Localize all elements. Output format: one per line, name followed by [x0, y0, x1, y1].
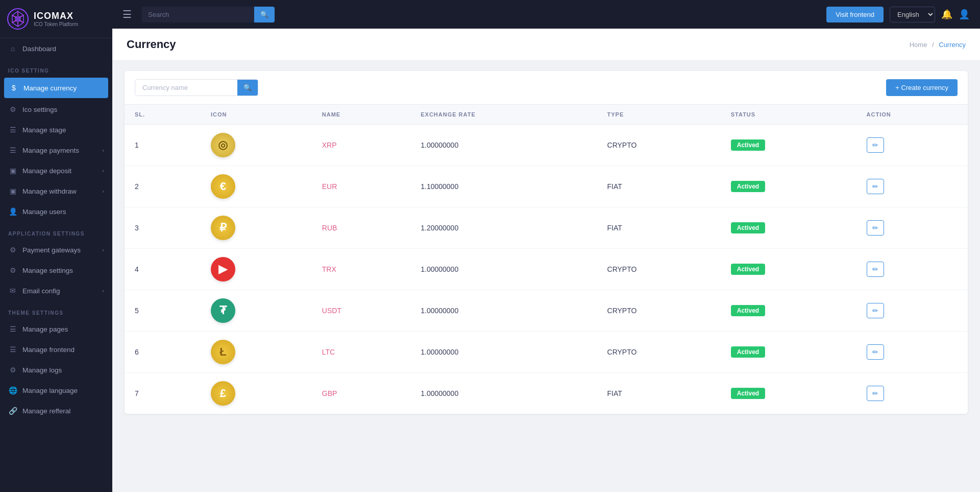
topbar-search-container: 🔍	[142, 7, 275, 22]
sidebar-item-label: Email config	[22, 287, 60, 295]
edit-button[interactable]: ✏	[867, 344, 884, 360]
currency-name-link[interactable]: USDT	[322, 307, 341, 315]
sidebar-item-manage-language[interactable]: 🌐 Manage language	[0, 380, 112, 401]
cell-action: ✏	[856, 249, 968, 290]
edit-button[interactable]: ✏	[867, 220, 884, 236]
currency-table: SL. ICON NAME EXCHANGE RATE TYPE STATUS …	[125, 105, 968, 414]
sidebar-item-email-config[interactable]: ✉ Email config ›	[0, 280, 112, 301]
breadcrumb-home[interactable]: Home	[910, 41, 927, 49]
sidebar-item-label: Manage withdraw	[22, 188, 77, 195]
currency-name-link[interactable]: RUB	[322, 224, 337, 232]
col-icon: ICON	[201, 105, 312, 125]
settings-icon: ⚙	[8, 266, 17, 275]
edit-button[interactable]: ✏	[867, 137, 884, 153]
sidebar-item-manage-settings[interactable]: ⚙ Manage settings	[0, 260, 112, 280]
language-icon: 🌐	[8, 386, 17, 395]
visit-frontend-button[interactable]: Visit frontend	[826, 7, 884, 22]
col-status: STATUS	[721, 105, 856, 125]
cell-action: ✏	[856, 125, 968, 166]
sidebar-item-ico-settings[interactable]: ⚙ Ico settings	[0, 99, 112, 120]
email-icon: ✉	[8, 286, 17, 295]
status-badge: Actived	[731, 139, 765, 151]
cell-type: FIAT	[597, 166, 721, 207]
sidebar-item-label: Manage refferal	[22, 407, 70, 415]
currency-name-link[interactable]: GBP	[322, 389, 337, 397]
sidebar-item-label: Manage pages	[22, 325, 68, 333]
coin-icon: ◎	[211, 133, 235, 157]
sidebar-item-label: Dashboard	[22, 45, 56, 53]
pages-icon: ☰	[8, 324, 17, 334]
referral-icon: 🔗	[8, 406, 17, 415]
cell-status: Actived	[721, 207, 856, 249]
cell-name: RUB	[312, 207, 410, 249]
sidebar-item-payment-gateways[interactable]: ⚙ Payment gateways ›	[0, 240, 112, 260]
currency-search-input[interactable]	[135, 80, 237, 96]
sidebar-item-manage-payments[interactable]: ☰ Manage payments ›	[0, 140, 112, 160]
chevron-right-icon: ›	[102, 168, 104, 174]
breadcrumb-separator: /	[932, 41, 934, 49]
cell-status: Actived	[721, 125, 856, 166]
coin-icon: £	[211, 381, 235, 406]
currency-name-link[interactable]: LTC	[322, 348, 335, 356]
cell-name: LTC	[312, 332, 410, 373]
cell-type: FIAT	[597, 373, 721, 414]
currency-name-link[interactable]: XRP	[322, 141, 337, 149]
edit-button[interactable]: ✏	[867, 262, 884, 277]
chevron-right-icon: ›	[102, 288, 104, 294]
table-row: 2 € EUR 1.10000000 FIAT Actived ✏	[125, 166, 968, 207]
search-input[interactable]	[142, 7, 254, 22]
user-avatar-icon[interactable]: 👤	[959, 9, 970, 20]
cell-sl: 3	[125, 207, 201, 249]
edit-button[interactable]: ✏	[867, 179, 884, 194]
edit-button[interactable]: ✏	[867, 303, 884, 318]
gear-icon: ⚙	[8, 105, 17, 114]
cell-sl: 2	[125, 166, 201, 207]
sidebar-item-manage-users[interactable]: 👤 Manage users	[0, 201, 112, 222]
sidebar-item-manage-logs[interactable]: ⚙ Manage logs	[0, 360, 112, 380]
search-button[interactable]: 🔍	[254, 7, 275, 22]
svg-line-7	[12, 20, 16, 22]
sidebar-item-manage-deposit[interactable]: ▣ Manage deposit ›	[0, 160, 112, 181]
svg-line-5	[19, 20, 23, 22]
currency-name-link[interactable]: EUR	[322, 182, 337, 191]
users-icon: 👤	[8, 207, 17, 216]
status-badge: Actived	[731, 264, 765, 275]
sidebar-item-manage-referral[interactable]: 🔗 Manage refferal	[0, 401, 112, 421]
cell-name: USDT	[312, 290, 410, 332]
cell-status: Actived	[721, 332, 856, 373]
coin-icon: ₮	[211, 298, 235, 323]
language-selector[interactable]: English French Spanish	[890, 7, 935, 22]
cell-exchange-rate: 1.00000000	[410, 249, 597, 290]
sidebar-logo: ICOMAX ICO Token Platform	[0, 0, 112, 38]
withdraw-icon: ▣	[8, 186, 17, 196]
col-action: ACTION	[856, 105, 968, 125]
col-name: NAME	[312, 105, 410, 125]
cell-sl: 1	[125, 125, 201, 166]
cell-exchange-rate: 1.00000000	[410, 290, 597, 332]
currency-name-link[interactable]: TRX	[322, 265, 336, 273]
cell-icon: ₽	[201, 207, 312, 249]
sidebar-item-dashboard[interactable]: ⌂ Dashboard	[0, 38, 112, 59]
col-type: TYPE	[597, 105, 721, 125]
chevron-right-icon: ›	[102, 188, 104, 194]
sidebar-item-label: Manage stage	[22, 126, 66, 134]
sidebar-item-manage-stage[interactable]: ☰ Manage stage	[0, 120, 112, 140]
sidebar-item-manage-frontend[interactable]: ☰ Manage frontend	[0, 339, 112, 360]
sidebar-item-label: Manage payments	[22, 147, 79, 154]
col-exchange-rate: EXCHANGE RATE	[410, 105, 597, 125]
home-icon: ⌂	[8, 44, 17, 53]
currency-search-button[interactable]: 🔍	[237, 80, 258, 96]
sidebar-item-label: Manage language	[22, 387, 78, 394]
sidebar-item-manage-currency[interactable]: $ Manage currency	[4, 78, 108, 98]
create-currency-button[interactable]: + Create currency	[886, 79, 958, 96]
cell-sl: 6	[125, 332, 201, 373]
sidebar-item-manage-pages[interactable]: ☰ Manage pages	[0, 319, 112, 339]
breadcrumb: Home / Currency	[910, 41, 966, 49]
hamburger-icon[interactable]: ☰	[122, 8, 132, 20]
sidebar-item-manage-withdraw[interactable]: ▣ Manage withdraw ›	[0, 181, 112, 201]
cell-icon: ▶	[201, 249, 312, 290]
edit-button[interactable]: ✏	[867, 386, 884, 401]
sidebar: ICOMAX ICO Token Platform ⌂ Dashboard IC…	[0, 0, 112, 492]
coin-icon: €	[211, 174, 235, 199]
notifications-bell-icon[interactable]: 🔔	[941, 9, 952, 20]
